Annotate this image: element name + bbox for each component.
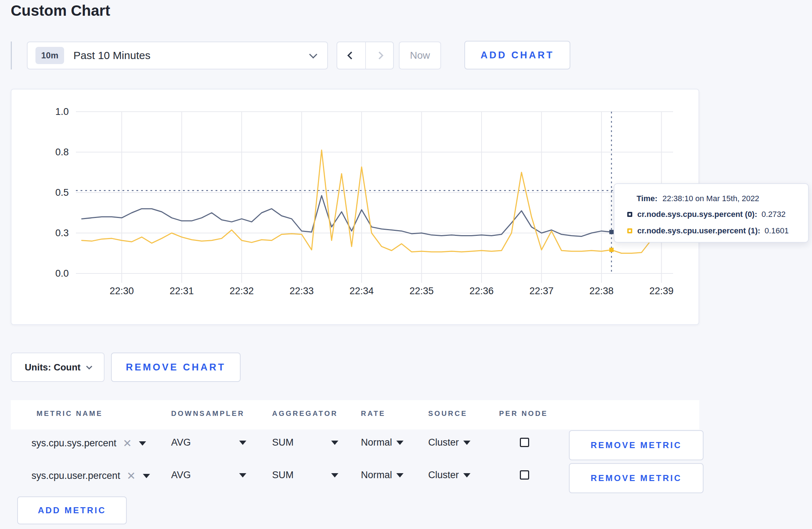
tooltip-series-row: cr.node.sys.cpu.user.percent (1): 0.1601 bbox=[627, 226, 789, 236]
rate-value: Normal bbox=[361, 437, 392, 448]
aggregator-select[interactable]: SUM bbox=[272, 437, 338, 448]
col-header-rate: RATE bbox=[361, 409, 386, 418]
per-node-checkbox[interactable] bbox=[520, 438, 529, 447]
add-chart-button[interactable]: ADD CHART bbox=[464, 41, 570, 69]
source-select[interactable]: Cluster bbox=[428, 470, 470, 481]
time-nav-group bbox=[337, 42, 394, 69]
tooltip-time-label: Time: bbox=[637, 194, 657, 203]
caret-down-icon bbox=[396, 473, 403, 477]
metrics-table-header: METRIC NAME DOWNSAMPLER AGGREGATOR RATE … bbox=[11, 400, 699, 429]
aggregator-value: SUM bbox=[272, 437, 294, 448]
time-range-label: Past 10 Minutes bbox=[73, 49, 150, 62]
time-range-dropdown[interactable]: 10m Past 10 Minutes bbox=[27, 42, 328, 69]
metric-name-value: sys.cpu.user.percent bbox=[32, 470, 120, 481]
tooltip-series-label: cr.node.sys.cpu.user.percent (1): bbox=[637, 226, 760, 236]
close-icon[interactable]: ✕ bbox=[127, 470, 136, 482]
tooltip-series-label: cr.node.sys.cpu.sys.percent (0): bbox=[637, 210, 757, 219]
source-select[interactable]: Cluster bbox=[428, 437, 470, 448]
source-value: Cluster bbox=[428, 437, 459, 448]
tooltip-time: Time:22:38:10 on Mar 15th, 2022 bbox=[637, 194, 759, 203]
aggregator-select[interactable]: SUM bbox=[272, 470, 338, 481]
add-metric-button[interactable]: ADD METRIC bbox=[17, 496, 127, 524]
chevron-down-icon bbox=[86, 363, 92, 369]
caret-down-icon bbox=[463, 473, 470, 477]
units-label: Units: Count bbox=[25, 362, 81, 373]
remove-metric-button[interactable]: REMOVE METRIC bbox=[569, 430, 704, 460]
time-back-button[interactable] bbox=[337, 42, 365, 69]
caret-down-icon bbox=[239, 473, 246, 477]
metric-row: sys.cpu.user.percent ✕ AVG SUM Normal Cl… bbox=[11, 462, 699, 494]
metric-row: sys.cpu.sys.percent ✕ AVG SUM Normal Clu… bbox=[11, 429, 699, 461]
downsampler-value: AVG bbox=[171, 470, 191, 481]
y-axis-tick: 0.0 bbox=[33, 267, 69, 280]
remove-metric-button[interactable]: REMOVE METRIC bbox=[569, 463, 704, 493]
x-axis-tick: 22:32 bbox=[211, 286, 272, 297]
series-line bbox=[82, 196, 671, 237]
y-axis-tick: 0.5 bbox=[33, 186, 69, 199]
y-axis-tick: 0.8 bbox=[33, 145, 69, 159]
downsampler-select[interactable]: AVG bbox=[171, 470, 246, 481]
caret-down-icon bbox=[331, 441, 338, 445]
series-line bbox=[82, 150, 671, 253]
caret-down-icon bbox=[143, 474, 150, 478]
time-forward-button[interactable] bbox=[365, 42, 393, 69]
caret-down-icon bbox=[139, 441, 146, 446]
tooltip-series-value: 0.2732 bbox=[762, 210, 786, 219]
source-value: Cluster bbox=[428, 470, 459, 481]
x-axis-tick: 22:30 bbox=[91, 286, 152, 297]
metric-name-select[interactable]: sys.cpu.sys.percent ✕ bbox=[32, 437, 146, 450]
toolbar-divider bbox=[11, 42, 12, 69]
chevron-right-icon bbox=[376, 52, 384, 60]
now-button[interactable]: Now bbox=[399, 42, 441, 69]
crosshair-dot bbox=[609, 230, 614, 234]
y-axis-tick: 0.3 bbox=[33, 226, 69, 240]
downsampler-select[interactable]: AVG bbox=[171, 437, 246, 448]
custom-chart-page: Custom Chart 10m Past 10 Minutes Now ADD… bbox=[0, 0, 812, 529]
chart-tooltip: Time:22:38:10 on Mar 15th, 2022 cr.node.… bbox=[614, 183, 809, 243]
series-swatch-user bbox=[627, 228, 632, 233]
x-axis-tick: 22:38 bbox=[571, 286, 632, 297]
caret-down-icon bbox=[331, 473, 338, 477]
chevron-left-icon bbox=[347, 52, 356, 60]
x-axis-tick: 22:37 bbox=[511, 286, 572, 297]
per-node-checkbox[interactable] bbox=[520, 470, 529, 480]
caret-down-icon bbox=[239, 441, 246, 445]
units-dropdown[interactable]: Units: Count bbox=[11, 353, 105, 382]
x-axis-tick: 22:36 bbox=[451, 286, 512, 297]
rate-select[interactable]: Normal bbox=[361, 470, 403, 481]
col-header-source: SOURCE bbox=[428, 409, 468, 418]
downsampler-value: AVG bbox=[171, 437, 191, 448]
x-axis-tick: 22:34 bbox=[331, 286, 392, 297]
chevron-down-icon bbox=[309, 50, 318, 59]
page-title: Custom Chart bbox=[11, 2, 110, 19]
crosshair-dot bbox=[609, 248, 614, 252]
aggregator-value: SUM bbox=[272, 470, 294, 481]
metric-name-select[interactable]: sys.cpu.user.percent ✕ bbox=[32, 470, 150, 482]
y-axis-tick: 1.0 bbox=[33, 105, 69, 118]
col-header-aggregator: AGGREGATOR bbox=[272, 409, 338, 418]
x-axis-tick: 22:35 bbox=[391, 286, 452, 297]
caret-down-icon bbox=[396, 441, 403, 445]
tooltip-series-value: 0.1601 bbox=[765, 226, 789, 236]
x-axis-tick: 22:31 bbox=[151, 286, 212, 297]
x-axis-tick: 22:33 bbox=[271, 286, 332, 297]
tooltip-series-row: cr.node.sys.cpu.sys.percent (0): 0.2732 bbox=[627, 210, 786, 219]
rate-select[interactable]: Normal bbox=[361, 437, 403, 448]
remove-chart-button[interactable]: REMOVE CHART bbox=[111, 353, 241, 382]
metric-name-value: sys.cpu.sys.percent bbox=[32, 438, 116, 449]
caret-down-icon bbox=[463, 441, 470, 445]
tooltip-time-value: 22:38:10 on Mar 15th, 2022 bbox=[662, 194, 759, 203]
time-range-badge: 10m bbox=[35, 47, 64, 64]
close-icon[interactable]: ✕ bbox=[123, 437, 132, 450]
col-header-downsampler: DOWNSAMPLER bbox=[171, 409, 245, 418]
rate-value: Normal bbox=[361, 470, 392, 481]
col-header-per-node: PER NODE bbox=[499, 409, 548, 418]
series-swatch-sys bbox=[627, 212, 632, 217]
col-header-metric-name: METRIC NAME bbox=[37, 409, 103, 418]
x-axis-tick: 22:39 bbox=[631, 286, 692, 297]
